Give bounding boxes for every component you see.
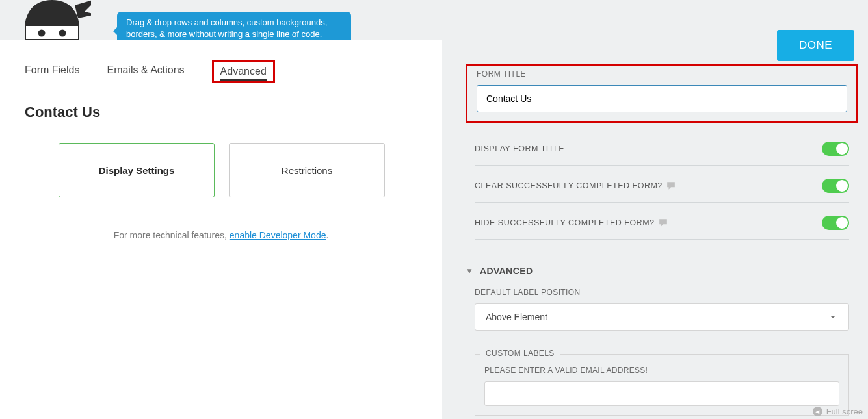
card-restrictions[interactable]: Restrictions: [229, 143, 385, 197]
more-technical-prefix: For more technical features,: [114, 230, 230, 240]
chevron-down-icon: [828, 312, 838, 322]
more-technical-suffix: .: [326, 230, 328, 240]
default-label-position-value: Above Element: [486, 312, 547, 322]
form-title-input[interactable]: [477, 85, 847, 112]
highlight-advanced-tab: Advanced: [212, 60, 275, 83]
tab-advanced[interactable]: Advanced: [220, 66, 267, 81]
toggle-hide-completed[interactable]: [822, 216, 849, 230]
tab-emails-actions[interactable]: Emails & Actions: [107, 64, 184, 79]
form-tabs: Form Fields Emails & Actions Advanced: [25, 60, 417, 83]
form-title-label: FORM TITLE: [477, 70, 847, 79]
left-panel: Form Fields Emails & Actions Advanced Co…: [0, 40, 442, 419]
card-display-settings[interactable]: Display Settings: [59, 143, 215, 197]
toggle-display-form-title[interactable]: [822, 142, 849, 156]
help-icon[interactable]: [659, 218, 668, 227]
valid-email-label: PLEASE ENTER A VALID EMAIL ADDRESS!: [484, 366, 839, 375]
advanced-section-header[interactable]: ▼ ADVANCED: [466, 266, 858, 276]
more-technical-note: For more technical features, enable Deve…: [25, 230, 417, 240]
svg-point-0: [38, 30, 46, 37]
chevron-down-icon: ▼: [466, 266, 473, 275]
custom-labels-fieldset: CUSTOM LABELS PLEASE ENTER A VALID EMAIL…: [475, 354, 849, 416]
row-hide-completed: HIDE SUCCESSFULLY COMPLETED FORM?: [475, 203, 849, 240]
row-display-form-title: DISPLAY FORM TITLE: [475, 129, 849, 166]
label-clear-completed: CLEAR SUCCESSFULLY COMPLETED FORM?: [475, 181, 676, 190]
default-label-position-select[interactable]: Above Element: [475, 303, 849, 331]
advanced-section-label: ADVANCED: [480, 266, 533, 276]
label-hide-completed-text: HIDE SUCCESSFULLY COMPLETED FORM?: [475, 218, 655, 227]
label-display-form-title: DISPLAY FORM TITLE: [475, 144, 564, 153]
settings-cards: Display Settings Restrictions: [25, 143, 417, 197]
valid-email-input[interactable]: [484, 381, 839, 406]
custom-labels-legend: CUSTOM LABELS: [480, 349, 560, 358]
tab-form-fields[interactable]: Form Fields: [25, 64, 79, 79]
toggle-clear-completed[interactable]: [822, 179, 849, 193]
label-hide-completed: HIDE SUCCESSFULLY COMPLETED FORM?: [475, 218, 668, 227]
enable-developer-mode-link[interactable]: enable Developer Mode: [230, 230, 326, 240]
form-name-heading: Contact Us: [25, 104, 417, 121]
hint-tooltip-text: Drag & drop rows and columns, custom bac…: [126, 18, 327, 39]
help-icon[interactable]: [666, 181, 676, 190]
arrow-left-icon: ◄: [813, 407, 822, 416]
row-clear-completed: CLEAR SUCCESSFULLY COMPLETED FORM?: [475, 166, 849, 203]
default-label-position-label: DEFAULT LABEL POSITION: [475, 288, 849, 297]
right-panel: FORM TITLE DISPLAY FORM TITLE CLEAR SUCC…: [466, 64, 858, 416]
highlight-form-title: FORM TITLE: [466, 64, 858, 123]
label-clear-completed-text: CLEAR SUCCESSFULLY COMPLETED FORM?: [475, 181, 663, 190]
full-screen-indicator[interactable]: ◄ Full scree: [813, 407, 863, 416]
svg-point-1: [59, 30, 66, 37]
done-button[interactable]: DONE: [777, 30, 854, 61]
full-screen-text: Full scree: [826, 407, 863, 416]
